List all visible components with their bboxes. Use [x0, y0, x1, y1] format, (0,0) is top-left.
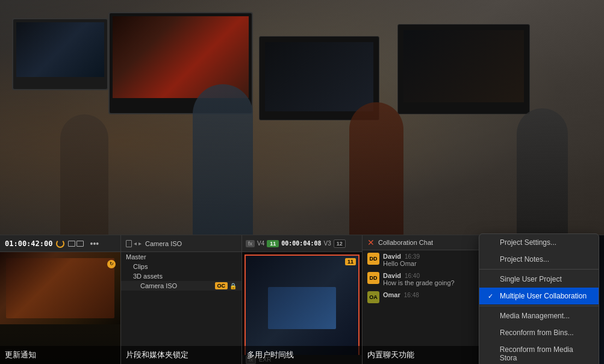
msg-content-1: David 16:39 Hello Omar	[383, 253, 478, 267]
menu-label-project-settings: Project Settings...	[500, 238, 556, 247]
chat-title: Collaboration Chat	[378, 239, 433, 246]
panel2-title: Camera ISO	[145, 240, 182, 247]
panel2-header-controls: ◂ ▸	[126, 240, 142, 247]
menu-label-multi-user: Multiple User Collaboration	[500, 292, 587, 300]
sync-icon: ↻	[107, 260, 116, 268]
context-menu: Project Settings... Project Notes... Sin…	[479, 233, 599, 364]
panel1-badge: ↻	[107, 257, 116, 268]
avatar-david-1: DD	[367, 253, 379, 265]
camera-iso-badge: OC	[215, 282, 228, 289]
msg-text-1: Hello Omar	[383, 260, 478, 267]
timecode-display: 01:00:42:00	[5, 239, 52, 248]
check-multi-user: ✓	[488, 292, 496, 300]
avatar-omar: OA	[367, 291, 379, 303]
menu-item-multi-user[interactable]: ✓ Multiple User Collaboration	[479, 288, 599, 304]
msg-header-1: David 16:39	[383, 253, 478, 260]
chat-message-2: DD David 16:40 How is the grade going?	[363, 270, 483, 289]
list-icon	[126, 240, 132, 247]
panel2-header: ◂ ▸ Camera ISO	[121, 235, 241, 252]
menu-label-single-user: Single User Project	[500, 275, 562, 283]
panel-media-bins: ◂ ▸ Camera ISO Master Clips 3D assets Ca…	[121, 235, 242, 364]
panel-preview: fx V4 11 00:00:04:08 V3 12 11 fx EXR 多用户…	[242, 235, 363, 364]
menu-label-reconform-bins: Reconform from Bins...	[500, 329, 574, 337]
video-thumb-badge: 11	[345, 258, 356, 265]
panel-notifications: 01:00:42:00 ••• ↻ 更新通知	[0, 235, 121, 364]
refresh-icon[interactable]	[56, 239, 64, 248]
tree-camera-iso-row[interactable]: Camera ISO OC 🔒	[121, 281, 241, 291]
menu-separator-2	[479, 306, 599, 306]
version-v4: V4	[257, 240, 264, 247]
frame-badge: 11	[267, 240, 279, 247]
lock-icon: 🔒	[229, 283, 237, 289]
tree-master[interactable]: Master	[121, 252, 241, 262]
panel2-label: 片段和媒体夹锁定	[121, 346, 241, 364]
panel-chat: ✕ Collaboration Chat DD David 16:39 Hell…	[363, 235, 484, 364]
chat-header: ✕ Collaboration Chat	[363, 235, 483, 250]
msg-text-2: How is the grade going?	[383, 279, 478, 286]
tree-3d-assets[interactable]: 3D assets	[121, 271, 241, 281]
menu-separator-1	[479, 269, 599, 270]
panel1-label: 更新通知	[0, 346, 120, 364]
msg-header-3: Omar 16:48	[383, 291, 478, 298]
msg-header-2: David 16:40	[383, 272, 478, 279]
msg-name-2: David	[383, 272, 401, 279]
avatar-david-2: DD	[367, 272, 379, 284]
menu-item-project-notes[interactable]: Project Notes...	[479, 251, 599, 268]
chat-close-icon[interactable]: ✕	[367, 238, 375, 247]
version-v3: V3	[324, 240, 331, 247]
menu-item-reconform-media[interactable]: Reconform from Media Stora	[479, 341, 599, 364]
menu-label-project-notes: Project Notes...	[500, 255, 549, 264]
panel3-header: fx V4 11 00:00:04:08 V3 12	[242, 235, 362, 252]
frame-badge-2: 12	[334, 239, 346, 248]
msg-time-2: 16:40	[405, 273, 420, 279]
panel1-thumbnail: ↻	[0, 252, 120, 324]
video-thumbnail-content	[268, 287, 335, 329]
msg-content-2: David 16:40 How is the grade going?	[383, 272, 478, 286]
fx-indicator: fx	[246, 240, 255, 247]
msg-time-3: 16:48	[404, 292, 419, 298]
panel4-label: 内置聊天功能	[363, 346, 483, 364]
tree-clips[interactable]: Clips	[121, 262, 241, 271]
monitor-left	[12, 18, 108, 90]
panel1-header: 01:00:42:00 •••	[0, 235, 120, 252]
menu-label-reconform-media: Reconform from Media Stora	[500, 345, 590, 362]
chat-message-3: OA Omar 16:48	[363, 289, 483, 306]
panel3-timecode: 00:00:04:08	[281, 240, 321, 247]
msg-time-1: 16:39	[405, 253, 420, 260]
panel1-menu-button[interactable]: •••	[87, 239, 101, 248]
nav-forward-icon[interactable]: ▸	[139, 240, 142, 247]
menu-item-media-management[interactable]: Media Management...	[479, 307, 599, 324]
menu-item-project-settings[interactable]: Project Settings...	[479, 234, 599, 251]
view-toggle[interactable]	[68, 241, 84, 247]
msg-name-1: David	[383, 253, 401, 260]
menu-label-media-management: Media Management...	[500, 312, 570, 320]
panel3-label: 多用户时间线	[242, 346, 362, 364]
msg-name-3: Omar	[383, 291, 400, 298]
menu-item-reconform-bins[interactable]: Reconform from Bins...	[479, 324, 599, 341]
msg-content-3: Omar 16:48	[383, 291, 478, 298]
nav-back-icon[interactable]: ◂	[134, 240, 137, 247]
background-photo	[0, 0, 604, 235]
chat-message-1: DD David 16:39 Hello Omar	[363, 250, 483, 270]
tree-camera-iso-label: Camera ISO	[140, 282, 177, 289]
menu-item-single-user[interactable]: Single User Project	[479, 271, 599, 288]
